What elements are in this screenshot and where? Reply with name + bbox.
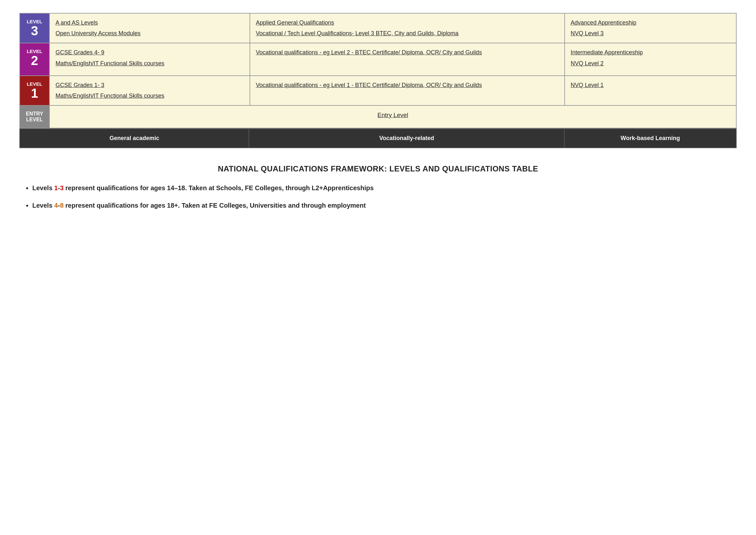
level1-col2: Vocational qualifications - eg Level 1 -…: [250, 76, 565, 105]
level1-col3-item1[interactable]: NVQ Level 1: [571, 81, 730, 89]
level2-num: 2: [26, 54, 43, 67]
entry-level-row: ENTRY LEVEL Entry Level: [20, 105, 736, 128]
level2-col1: GCSE Grades 4- 9 Maths/English/IT Functi…: [49, 43, 250, 75]
level2-col2-item1[interactable]: Vocational qualifications - eg Level 2 -…: [256, 48, 558, 57]
level2-col1-item2[interactable]: Maths/English/IT Functional Skills cours…: [56, 60, 244, 68]
level2-col3-item1[interactable]: Intermediate Apprenticeship: [571, 48, 730, 57]
category-work-based-learning: Work-based Learning: [564, 129, 736, 148]
level3-row: LEVEL 3 A and AS Levels Open University …: [20, 13, 736, 43]
entry-level-link[interactable]: Entry Level: [378, 112, 408, 118]
bullet1-separator1: -: [58, 184, 60, 191]
bullet1-after: represent qualifications for ages 14–18.…: [64, 184, 374, 191]
level1-col1-item2[interactable]: Maths/English/IT Functional Skills cours…: [56, 92, 244, 100]
bottom-section: NATIONAL QUALIFICATIONS FRAMEWORK: LEVEL…: [19, 164, 737, 210]
level1-col1: GCSE Grades 1- 3 Maths/English/IT Functi…: [49, 76, 250, 105]
framework-title: NATIONAL QUALIFICATIONS FRAMEWORK: LEVEL…: [23, 164, 733, 173]
bullet1-before: Levels: [32, 184, 54, 191]
level3-label: LEVEL 3: [20, 13, 49, 43]
entry-level-label: ENTRY LEVEL: [20, 105, 49, 128]
category-vocationally-related: Vocationally-related: [249, 129, 564, 148]
entry-label-line1: ENTRY: [26, 111, 43, 116]
bullet-list: Levels 1-3 represent qualifications for …: [23, 183, 733, 210]
bullet1-highlight2: 3: [60, 184, 64, 191]
bullet1-highlight1: 1: [54, 184, 58, 191]
level3-col1-item2[interactable]: Open University Access Modules: [56, 29, 244, 38]
level3-col2-item1[interactable]: Applied General Qualifications: [256, 19, 558, 27]
level3-num: 3: [26, 24, 43, 37]
level2-col1-item1[interactable]: GCSE Grades 4- 9: [56, 48, 244, 57]
qualification-table: LEVEL 3 A and AS Levels Open University …: [19, 13, 737, 128]
level2-col3-item2[interactable]: NVQ Level 2: [571, 60, 730, 68]
level3-col1-item1[interactable]: A and AS Levels: [56, 19, 244, 27]
category-general-academic: General academic: [20, 129, 249, 148]
entry-level-content: Entry Level: [49, 105, 736, 128]
level3-col3: Advanced Apprenticeship NVQ Level 3: [565, 13, 736, 43]
level3-col1: A and AS Levels Open University Access M…: [49, 13, 250, 43]
level1-col3: NVQ Level 1: [565, 76, 736, 105]
level1-row: LEVEL 1 GCSE Grades 1- 3 Maths/English/I…: [20, 76, 736, 105]
level3-col2: Applied General Qualifications Vocationa…: [250, 13, 565, 43]
level2-col2: Vocational qualifications - eg Level 2 -…: [250, 43, 565, 75]
level1-num: 1: [26, 87, 43, 99]
level1-label: LEVEL 1: [20, 76, 49, 105]
bullet-item-2: Levels 4-8 represent qualifications for …: [32, 201, 733, 210]
level2-row: LEVEL 2 GCSE Grades 4- 9 Maths/English/I…: [20, 43, 736, 75]
level1-col1-item1[interactable]: GCSE Grades 1- 3: [56, 81, 244, 89]
bullet2-highlight2: 8: [60, 202, 64, 209]
entry-label-line2: LEVEL: [26, 117, 43, 122]
bullet2-highlight1: 4: [54, 202, 58, 209]
level1-col2-item1[interactable]: Vocational qualifications - eg Level 1 -…: [256, 81, 558, 89]
level3-col3-item2[interactable]: NVQ Level 3: [571, 29, 730, 38]
level3-col3-item1[interactable]: Advanced Apprenticeship: [571, 19, 730, 27]
bullet2-before: Levels: [32, 202, 54, 209]
level2-label: LEVEL 2: [20, 43, 49, 75]
level3-col2-item2[interactable]: Vocational / Tech Level Qualifications- …: [256, 29, 558, 38]
category-bar-row: General academic Vocationally-related Wo…: [20, 129, 736, 148]
category-bar: General academic Vocationally-related Wo…: [19, 128, 737, 148]
bullet2-separator: -: [58, 202, 60, 209]
bullet-item-1: Levels 1-3 represent qualifications for …: [32, 183, 733, 193]
level2-col3: Intermediate Apprenticeship NVQ Level 2: [565, 43, 736, 75]
bullet2-after: represent qualifications for ages 18+. T…: [64, 202, 366, 209]
